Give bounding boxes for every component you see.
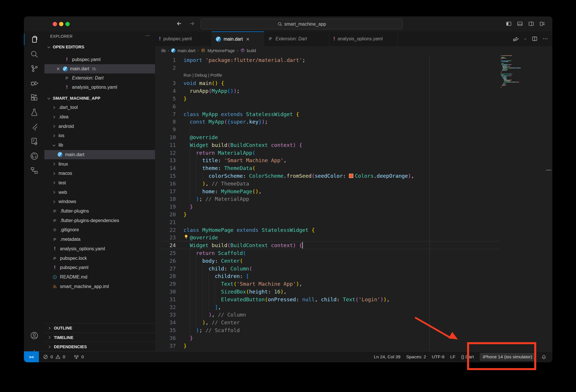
command-center-search[interactable]: smart_machine_app: [201, 19, 403, 29]
tree-folder-windows[interactable]: windows: [44, 197, 155, 207]
breadcrumb-item[interactable]: MyHomePage: [207, 48, 235, 53]
line-number: 28: [155, 272, 176, 280]
line-number: 17: [155, 188, 176, 195]
activity-item-account[interactable]: [24, 329, 44, 342]
open-editor-item[interactable]: !analysis_options.yaml: [44, 83, 155, 92]
status-cursor-position[interactable]: Ln 24, Col 39: [374, 354, 400, 359]
tree-folder-android[interactable]: android: [44, 122, 155, 131]
github-icon: [30, 152, 39, 160]
breadcrumb-item[interactable]: lib: [161, 48, 166, 53]
activity-item-run-and-debug[interactable]: [24, 76, 44, 90]
line-number: 14: [155, 164, 176, 172]
tree-folder-lib[interactable]: lib: [44, 141, 155, 150]
section-timeline[interactable]: TIMELINE: [44, 333, 155, 342]
tree-folder-.idea[interactable]: .idea: [44, 112, 155, 122]
tree-folder-macos[interactable]: macos: [44, 169, 155, 178]
activity-item-github[interactable]: [24, 149, 44, 163]
open-editor-item[interactable]: Extension: Dart: [44, 73, 155, 83]
more-actions-icon[interactable]: [542, 36, 548, 42]
list-file-icon: [64, 76, 70, 80]
tree-item-label: linux: [58, 162, 68, 167]
activity-item-project-structure[interactable]: [24, 164, 44, 177]
open-editor-item[interactable]: main.dartlib: [44, 64, 155, 73]
explorer-more-actions-icon[interactable]: ···: [145, 33, 150, 38]
activity-item-dart-tools[interactable]: [24, 135, 44, 148]
remote-indicator[interactable]: ><: [24, 351, 39, 362]
maximize-window-button[interactable]: [65, 22, 70, 26]
warnings-icon[interactable]: [55, 354, 61, 359]
line-number: 10: [155, 133, 176, 141]
title-bar: smart_machine_app: [24, 16, 552, 32]
tree-folder-test[interactable]: test: [44, 178, 155, 188]
open-editor-item[interactable]: !pubspec.yaml: [44, 55, 155, 64]
status-indentation[interactable]: Spaces: 2: [406, 354, 426, 359]
run-debug-icon[interactable]: [513, 36, 519, 42]
warning-file-icon: !: [52, 265, 58, 270]
tab-main-dart[interactable]: main.dart: [212, 31, 264, 46]
status-eol[interactable]: LF: [450, 354, 456, 359]
status-encoding[interactable]: UTF-8: [432, 354, 445, 359]
close-window-button[interactable]: [53, 22, 57, 26]
tab-analysis-options-yaml[interactable]: !analysis_options.yaml: [329, 31, 398, 46]
warning-count[interactable]: 0: [63, 354, 65, 359]
back-icon[interactable]: [176, 20, 182, 27]
tree-folder-.dart_tool[interactable]: .dart_tool: [44, 103, 155, 112]
tree-folder-linux[interactable]: linux: [44, 159, 155, 169]
tab-pubspec-yaml[interactable]: !pubspec.yaml: [155, 31, 212, 46]
toggle-sidebar-icon[interactable]: [506, 21, 512, 27]
tree-file-analysis_options.yaml[interactable]: !analysis_options.yaml: [44, 244, 155, 254]
tree-item-label: .metadata: [60, 237, 80, 242]
tree-file-pubspec.lock[interactable]: pubspec.lock: [44, 253, 155, 263]
chevron-down-icon[interactable]: [524, 37, 527, 41]
activity-item-search[interactable]: [24, 47, 44, 61]
current-line-border-top: [161, 241, 499, 241]
split-editor-icon[interactable]: [532, 36, 538, 42]
line-number: 35: [155, 326, 176, 334]
activity-item-explorer[interactable]: [24, 33, 44, 46]
minimize-window-button[interactable]: [59, 22, 63, 26]
tree-file-.metadata[interactable]: .metadata: [44, 235, 155, 244]
codelens-run-debug-profile[interactable]: Run | Debug | Profile: [184, 72, 222, 79]
tree-file-.gitignore[interactable]: .gitignore: [44, 225, 155, 235]
breadcrumb[interactable]: lib›main.dart›MyHomePage›build: [161, 46, 256, 55]
activity-item-flutter[interactable]: [24, 120, 44, 134]
activity-item-source-control[interactable]: [24, 62, 44, 75]
tree-file-main.dart[interactable]: main.dart: [44, 150, 155, 160]
forward-icon[interactable]: [189, 20, 195, 27]
ports-count[interactable]: 0: [81, 354, 84, 359]
workspace-header[interactable]: SMART_MACHINE_APP: [44, 94, 155, 103]
toggle-panel-icon[interactable]: [517, 21, 523, 27]
close-tab-icon[interactable]: [245, 37, 250, 41]
minimap[interactable]: [499, 55, 537, 351]
customize-layout-icon[interactable]: [539, 21, 545, 27]
tree-file-.flutter-plugins[interactable]: .flutter-plugins: [44, 207, 155, 216]
tree-folder-web[interactable]: web: [44, 188, 155, 197]
chevron-right-icon: [52, 134, 56, 138]
toggle-secondary-sidebar-icon[interactable]: [528, 21, 534, 27]
tree-folder-ios[interactable]: ios: [44, 131, 155, 141]
breadcrumb-item[interactable]: main.dart: [177, 48, 196, 53]
vscode-window: smart_machine_app 1 EXPLORER ··· OPEN ED…: [24, 16, 552, 362]
code-editor[interactable]: 1import 'package:flutter/material.dart';…: [155, 55, 552, 351]
tree-file-.flutter-plugins-dependencies[interactable]: .flutter-plugins-dependencies: [44, 216, 155, 225]
breadcrumb-item[interactable]: build: [247, 48, 256, 53]
open-editors-header[interactable]: OPEN EDITORS: [44, 42, 155, 52]
activity-item-extensions[interactable]: [24, 91, 44, 105]
line-number: 18: [155, 195, 176, 203]
tree-file-pubspec.yaml[interactable]: !pubspec.yaml: [44, 263, 155, 272]
ports-icon[interactable]: [74, 354, 79, 359]
notifications-bell-icon[interactable]: [541, 354, 547, 360]
close-icon[interactable]: [56, 67, 61, 71]
tab-Extension--Dart[interactable]: Extension: Dart: [264, 31, 329, 46]
errors-icon[interactable]: [43, 354, 48, 359]
error-count[interactable]: 0: [50, 354, 53, 359]
section-dependencies[interactable]: DEPENDENCIES: [44, 342, 155, 351]
activity-item-testing[interactable]: [24, 105, 44, 119]
source-control-icon: [30, 64, 39, 73]
tree-file-README.md[interactable]: README.md: [44, 272, 155, 282]
tree-file-smart_machine_app.iml[interactable]: smart_machine_app.iml: [44, 282, 155, 291]
section-outline[interactable]: OUTLINE: [44, 323, 155, 333]
lightbulb-icon[interactable]: [184, 234, 190, 239]
symbol-method-icon: [240, 48, 245, 53]
explorer-sidebar: EXPLORER ··· OPEN EDITORS!pubspec.yamlma…: [44, 31, 155, 351]
